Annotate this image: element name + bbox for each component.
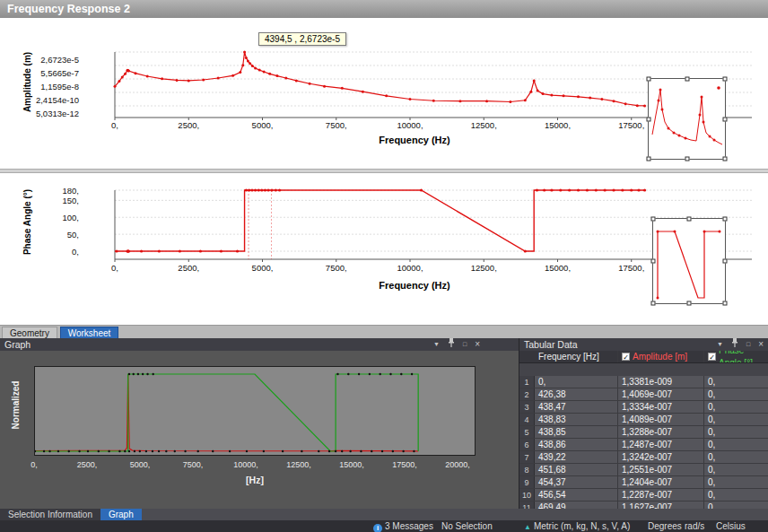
dropdown-icon[interactable]: ▼ (433, 338, 440, 351)
temperature-unit-status[interactable]: Celsius (716, 520, 746, 532)
graph-panel-body: Normalized 0,2500,5000,7500,10000,12500,… (0, 351, 519, 509)
table-header-row: Frequency [Hz] ✓ Amplitude [m] ✓ Phase A… (519, 351, 768, 363)
table-row[interactable]: 9454,371,2404e-0070, (519, 476, 768, 489)
resize-handle[interactable] (651, 217, 656, 222)
amplitude-zoom-inset[interactable] (648, 78, 726, 160)
messages-icon: i (373, 524, 382, 532)
phase-inset-curve (653, 219, 725, 303)
amplitude-inset-curve (649, 79, 725, 159)
amplitude-cell: 1,3381e-009 (618, 376, 704, 388)
frequency-cell: 438,47 (535, 401, 618, 413)
amplitude-cell: 1,3242e-007 (618, 451, 704, 463)
resize-handle[interactable] (723, 77, 728, 82)
resize-handle[interactable] (647, 157, 651, 161)
table-row[interactable]: 10456,541,2287e-0070, (519, 489, 768, 501)
table-row[interactable]: 7439,221,3242e-0070, (519, 451, 768, 464)
tab-selection-information[interactable]: Selection Information (0, 509, 100, 520)
phase-cell: 0, (704, 439, 768, 450)
amplitude-axis-title: Amplitude (m) (22, 38, 32, 127)
amplitude-cell: 1,2404e-007 (618, 476, 704, 488)
row-number-cell[interactable]: 9 (519, 476, 535, 488)
row-number-cell[interactable]: 6 (519, 439, 535, 450)
resize-handle[interactable] (687, 301, 692, 306)
table-row[interactable]: 2426,381,4069e-0070, (519, 388, 768, 401)
column-header-frequency[interactable]: Frequency [Hz] (535, 351, 618, 362)
normalized-chart[interactable] (34, 366, 476, 456)
tab-geometry[interactable]: Geometry (2, 327, 57, 339)
resize-handle[interactable] (647, 77, 651, 82)
column-header-phase[interactable]: ✓ Phase Angle [°] (704, 351, 768, 362)
axis-tick-label: 10000, (223, 460, 268, 469)
tabular-panel-body: Frequency [Hz] ✓ Amplitude [m] ✓ Phase A… (519, 351, 768, 509)
table-row[interactable]: 10,1,3381e-0090, (519, 376, 768, 388)
maximize-icon[interactable]: □ (463, 338, 467, 351)
table-row[interactable]: 6438,861,2487e-0070, (519, 439, 768, 451)
row-number-cell[interactable]: 10 (519, 489, 535, 501)
tab-worksheet[interactable]: Worksheet (60, 327, 119, 339)
axis-tick-label: 7500, (310, 120, 363, 130)
pin-icon[interactable] (731, 338, 738, 352)
tabular-panel-header: Tabular Data ▼ □ × (519, 338, 768, 351)
resize-handle[interactable] (723, 117, 728, 121)
tabular-panel-title: Tabular Data (524, 338, 578, 351)
axis-tick-label: 10000, (383, 120, 437, 130)
frequency-cell: 438,83 (535, 414, 618, 425)
chart-separator (0, 169, 768, 173)
phase-cell: 0, (704, 476, 768, 488)
resize-handle[interactable] (651, 259, 656, 264)
resize-handle[interactable] (687, 217, 692, 222)
resize-handle[interactable] (723, 301, 728, 306)
close-icon[interactable]: × (475, 338, 480, 351)
resize-handle[interactable] (723, 217, 728, 222)
table-row[interactable]: 5438,851,3288e-0070, (519, 426, 768, 439)
axis-tick-label: 12500, (276, 460, 321, 469)
frequency-cell: 426,38 (535, 388, 618, 400)
row-number-cell[interactable]: 2 (519, 388, 535, 400)
row-number-cell[interactable]: 1 (519, 376, 535, 388)
axis-tick-label: 12500, (457, 120, 511, 130)
frequency-cell: 439,22 (535, 451, 618, 463)
amplitude-cell: 1,2487e-007 (618, 439, 704, 450)
graph-xaxis-title: [Hz] (34, 475, 476, 485)
phase-checkbox[interactable]: ✓ (708, 353, 716, 361)
amplitude-cell: 1,3334e-007 (618, 401, 704, 413)
resize-handle[interactable] (685, 77, 689, 82)
dropdown-icon[interactable]: ▼ (717, 338, 723, 351)
phase-curve (115, 190, 645, 251)
table-row[interactable]: 3438,471,3334e-0070, (519, 401, 768, 414)
resize-handle[interactable] (651, 301, 656, 306)
phase-zoom-inset[interactable] (652, 218, 726, 304)
resize-handle[interactable] (647, 117, 651, 121)
table-row[interactable]: 4438,831,4089e-0070, (519, 414, 768, 426)
row-number-cell[interactable]: 3 (519, 401, 535, 413)
axis-tick-label: 20000, (435, 460, 480, 469)
phase-cell: 0, (704, 401, 768, 413)
amplitude-checkbox[interactable]: ✓ (622, 353, 630, 361)
phase-cell: 0, (704, 451, 768, 463)
axis-tick-label: 5000, (236, 120, 290, 130)
cursor-tooltip: 4394,5 , 2,6723e-5 (258, 32, 346, 46)
close-icon[interactable]: × (758, 338, 764, 351)
normalized-axis-title: Normalized (11, 361, 21, 450)
table-rows: 10,1,3381e-0090,2426,381,4069e-0070,3438… (519, 376, 768, 521)
resize-handle[interactable] (723, 157, 728, 161)
normalized-amplitude-curve (35, 374, 418, 451)
resize-handle[interactable] (723, 259, 728, 264)
units-status[interactable]: ▲Metric (m, kg, N, s, V, A) (524, 520, 630, 532)
messages-status[interactable]: i3 Messages (373, 520, 433, 532)
maximize-icon[interactable]: □ (746, 338, 750, 351)
sheet-tabs: Geometry Worksheet (0, 325, 768, 338)
table-row[interactable]: 8451,681,2551e-0070, (519, 464, 768, 476)
resize-handle[interactable] (685, 157, 689, 161)
row-number-cell[interactable]: 8 (519, 464, 535, 475)
column-header-amplitude[interactable]: ✓ Amplitude [m] (618, 351, 704, 362)
row-number-cell[interactable]: 7 (519, 451, 535, 463)
tab-graph[interactable]: Graph (100, 509, 142, 520)
row-number-cell[interactable]: 4 (519, 414, 535, 425)
row-number-cell[interactable]: 5 (519, 426, 535, 438)
pin-icon[interactable] (448, 338, 455, 352)
amplitude-cell: 1,2287e-007 (618, 489, 704, 501)
angular-velocity-unit-status[interactable]: rad/s (685, 520, 704, 532)
angle-unit-status[interactable]: Degrees (648, 520, 682, 532)
amplitude-cell: 1,2551e-007 (618, 464, 704, 475)
